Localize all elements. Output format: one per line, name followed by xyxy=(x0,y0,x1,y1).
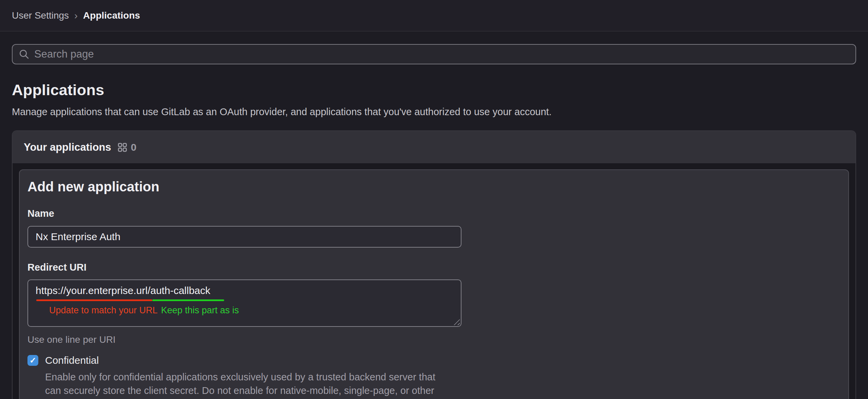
green-underline-annotation xyxy=(152,299,224,301)
card-heading: Add new application xyxy=(27,179,841,194)
search-input[interactable] xyxy=(34,45,849,64)
confidential-help-line: Enable only for confidential application… xyxy=(45,370,841,384)
search-box[interactable] xyxy=(12,44,856,64)
red-underline-annotation xyxy=(36,299,152,301)
section-title: Your applications xyxy=(24,141,111,153)
breadcrumb-chevron-icon: › xyxy=(74,10,78,21)
add-new-application-card: Add new application Name Redirect URI ht… xyxy=(19,169,849,399)
search-icon xyxy=(19,49,29,60)
applications-grid-icon xyxy=(117,142,127,152)
confidential-row: ✓ Confidential xyxy=(27,355,841,366)
redirect-uri-textarea[interactable]: https://your.enterprise.url/auth-callbac… xyxy=(27,279,461,327)
page-title: Applications xyxy=(12,81,856,99)
confidential-help-text: Enable only for confidential application… xyxy=(45,370,841,399)
confidential-label[interactable]: Confidential xyxy=(45,355,99,366)
your-applications-section: Your applications 0 Add new application … xyxy=(12,130,856,399)
redirect-uri-value: https://your.enterprise.url/auth-callbac… xyxy=(36,285,210,296)
top-bar: User Settings › Applications xyxy=(0,0,868,31)
confidential-help-line: JavaScript applications because they can… xyxy=(45,397,841,399)
confidential-help-line: can securely store the client secret. Do… xyxy=(45,384,841,397)
name-label: Name xyxy=(27,208,841,219)
textarea-resize-handle[interactable] xyxy=(454,319,460,325)
breadcrumb-applications: Applications xyxy=(83,10,140,21)
page-description: Manage applications that can use GitLab … xyxy=(12,106,856,118)
redirect-uri-hint: Use one line per URI xyxy=(27,334,841,345)
page-content: Applications Manage applications that ca… xyxy=(0,44,868,399)
application-name-input[interactable] xyxy=(27,226,461,248)
applications-count-badge: 0 xyxy=(131,142,137,153)
annotation-update-url: Update to match your URL xyxy=(49,305,158,316)
your-applications-header: Your applications 0 xyxy=(13,131,855,163)
section-body: Add new application Name Redirect URI ht… xyxy=(13,163,855,399)
annotation-keep-part: Keep this part as is xyxy=(161,305,239,316)
breadcrumb-user-settings[interactable]: User Settings xyxy=(12,10,69,21)
confidential-checkbox[interactable]: ✓ xyxy=(27,355,38,366)
redirect-uri-label: Redirect URI xyxy=(27,262,841,273)
